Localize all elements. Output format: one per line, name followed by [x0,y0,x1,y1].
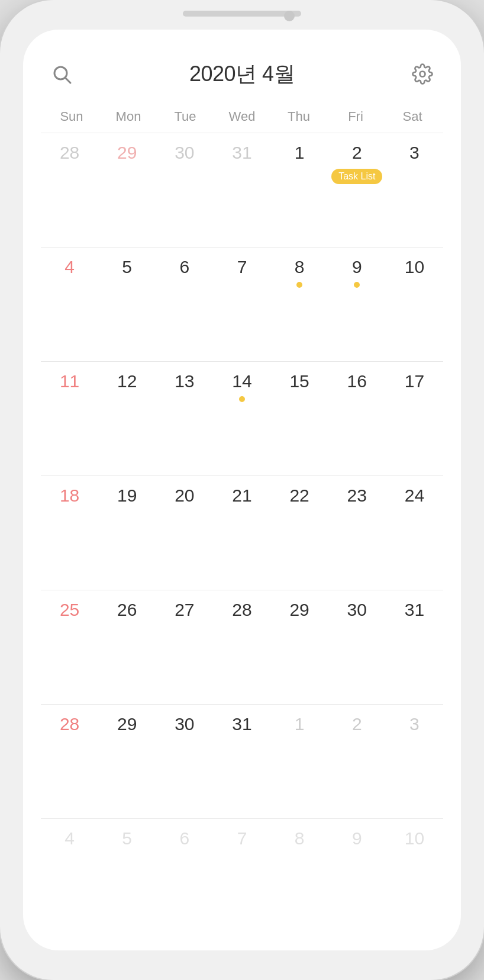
weekday-label-sat: Sat [384,107,441,127]
calendar-day[interactable]: 30 [156,705,213,818]
day-number: 5 [122,258,132,276]
calendar-day[interactable]: 11 [41,362,98,475]
calendar-day[interactable]: 27 [156,590,213,704]
calendar-day[interactable]: 2 [328,705,386,818]
calendar-day[interactable]: 29 [271,590,328,704]
calendar-day[interactable]: 14 [213,362,270,475]
day-number: 24 [405,487,424,505]
event-dot [239,396,245,402]
calendar-week-4: 25262728293031 [41,590,443,704]
calendar-day[interactable]: 13 [156,362,213,475]
calendar-day[interactable]: 5 [98,819,156,933]
day-number: 26 [117,601,137,619]
day-number: 19 [117,487,137,505]
day-number: 4 [64,830,75,847]
day-number: 15 [289,372,309,390]
day-number: 29 [289,601,309,619]
calendar-day[interactable]: 29 [98,133,156,247]
calendar-day[interactable]: 31 [386,590,443,704]
calendar-day[interactable]: 9 [328,819,386,933]
day-number: 5 [122,830,132,847]
calendar-day[interactable]: 28 [41,133,98,247]
svg-line-1 [66,78,70,83]
calendar-day[interactable]: 4 [41,248,98,361]
calendar-day[interactable]: 25 [41,590,98,704]
calendar-week-5: 28293031123 [41,704,443,818]
day-number: 9 [352,258,362,276]
calendar-day[interactable]: 8 [271,819,328,933]
day-number: 11 [60,372,79,390]
day-number: 20 [175,487,194,505]
calendar-day[interactable]: 6 [156,248,213,361]
calendar-day[interactable]: 18 [41,476,98,590]
day-number: 22 [289,487,309,505]
weekday-header: SunMonTueWedThuFriSat [41,107,443,127]
calendar-day[interactable]: 28 [41,705,98,818]
calendar-day[interactable]: 20 [156,476,213,590]
calendar-day[interactable]: 22 [271,476,328,590]
calendar-day[interactable]: 19 [98,476,156,590]
day-number: 10 [405,830,424,847]
day-number: 6 [180,258,190,276]
calendar-day[interactable]: 6 [156,819,213,933]
calendar-week-2: 11121314151617 [41,361,443,475]
calendar-day[interactable]: 15 [271,362,328,475]
day-number: 30 [175,715,194,733]
calendar-day[interactable]: 1 [271,133,328,247]
calendar-day[interactable]: 2Task List [328,133,386,247]
calendar-day[interactable]: 5 [98,248,156,361]
calendar-app: 2020년 4월 SunMonTueWedThuFriSat 282930311… [23,30,461,950]
calendar-header: 2020년 4월 [41,59,443,89]
calendar-day[interactable]: 10 [386,819,443,933]
phone-notch [183,11,301,17]
calendar-day[interactable]: 21 [213,476,270,590]
day-number: 2 [352,144,362,162]
calendar-day[interactable]: 26 [98,590,156,704]
phone-frame: 2020년 4월 SunMonTueWedThuFriSat 282930311… [0,0,484,980]
weekday-label-sun: Sun [43,107,100,127]
calendar-day[interactable]: 31 [213,133,270,247]
search-button[interactable] [47,59,76,89]
calendar-day[interactable]: 3 [386,133,443,247]
day-number: 16 [347,372,367,390]
day-number: 1 [295,715,305,733]
calendar-day[interactable]: 7 [213,819,270,933]
calendar-day[interactable]: 4 [41,819,98,933]
calendar-grid: 2829303112Task List345678910111213141516… [41,133,443,933]
day-number: 28 [60,715,79,733]
calendar-day[interactable]: 24 [386,476,443,590]
day-number: 25 [60,601,79,619]
calendar-day[interactable]: 9 [328,248,386,361]
calendar-day[interactable]: 28 [213,590,270,704]
day-number: 17 [405,372,424,390]
event-dot [354,282,360,288]
calendar-day[interactable]: 10 [386,248,443,361]
day-number: 30 [175,144,194,162]
day-number: 2 [352,715,362,733]
calendar-day[interactable]: 17 [386,362,443,475]
day-number: 6 [180,830,190,847]
calendar-day[interactable]: 16 [328,362,386,475]
month-title: 2020년 4월 [189,60,295,89]
calendar-day[interactable]: 30 [328,590,386,704]
day-number: 30 [347,601,367,619]
calendar-day[interactable]: 23 [328,476,386,590]
task-badge[interactable]: Task List [331,169,382,184]
calendar-week-0: 2829303112Task List3 [41,133,443,247]
calendar-day[interactable]: 30 [156,133,213,247]
weekday-label-fri: Fri [327,107,384,127]
day-number: 31 [405,601,424,619]
calendar-day[interactable]: 3 [386,705,443,818]
calendar-week-6: 45678910 [41,818,443,933]
settings-button[interactable] [408,59,437,89]
day-number: 3 [409,144,420,162]
calendar-day[interactable]: 8 [271,248,328,361]
day-number: 29 [117,715,137,733]
day-number: 7 [237,258,247,276]
day-number: 14 [232,372,251,390]
calendar-day[interactable]: 12 [98,362,156,475]
calendar-day[interactable]: 1 [271,705,328,818]
calendar-day[interactable]: 7 [213,248,270,361]
calendar-day[interactable]: 31 [213,705,270,818]
calendar-day[interactable]: 29 [98,705,156,818]
